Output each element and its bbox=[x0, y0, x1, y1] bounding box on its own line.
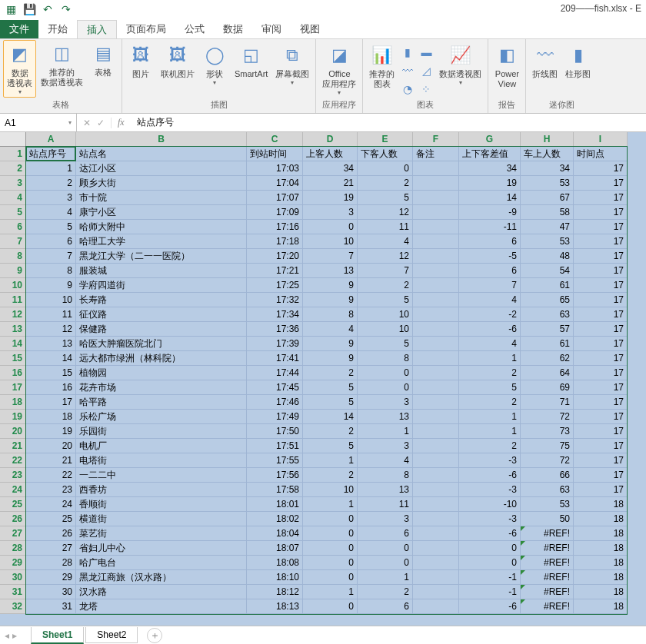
data-cell[interactable]: 哈师大附中 bbox=[76, 220, 247, 234]
data-cell[interactable]: 17 bbox=[574, 249, 628, 264]
data-cell[interactable]: 1 bbox=[26, 161, 76, 176]
screenshot-button[interactable]: ⧉ 屏幕截图 ▾ bbox=[272, 41, 312, 88]
data-cell[interactable]: 9 bbox=[303, 337, 358, 351]
data-cell[interactable]: 12 bbox=[26, 322, 76, 337]
formula-input[interactable] bbox=[131, 118, 646, 128]
data-cell[interactable]: 3 bbox=[358, 512, 413, 526]
tab-file[interactable]: 文件 bbox=[0, 20, 38, 38]
data-cell[interactable]: 3 bbox=[303, 205, 358, 220]
table-button[interactable]: ▤ 表格 bbox=[88, 40, 118, 79]
data-cell[interactable]: 18 bbox=[574, 541, 628, 556]
data-cell[interactable]: 2 bbox=[303, 366, 358, 380]
data-cell[interactable]: 2 bbox=[303, 424, 358, 439]
data-cell[interactable] bbox=[413, 249, 459, 264]
enter-icon[interactable]: ✓ bbox=[97, 118, 105, 128]
data-cell[interactable]: 哈平路 bbox=[76, 395, 247, 410]
data-cell[interactable] bbox=[413, 322, 459, 337]
data-cell[interactable]: 服装城 bbox=[76, 264, 247, 278]
data-cell[interactable]: 龙塔 bbox=[76, 599, 247, 614]
row-header-24[interactable]: 24 bbox=[0, 483, 25, 497]
data-cell[interactable]: 10 bbox=[303, 234, 358, 249]
data-cell[interactable]: 16 bbox=[26, 380, 76, 395]
name-box[interactable]: A1 ▾ bbox=[0, 114, 77, 131]
data-cell[interactable]: 34 bbox=[459, 161, 521, 176]
row-header-7[interactable]: 7 bbox=[0, 234, 25, 249]
data-cell[interactable]: 1 bbox=[303, 497, 358, 512]
data-cell[interactable]: 5 bbox=[358, 337, 413, 351]
data-cell[interactable]: 10 bbox=[358, 307, 413, 322]
tab-home[interactable]: 开始 bbox=[38, 20, 77, 38]
data-cell[interactable]: 10 bbox=[358, 322, 413, 337]
data-cell[interactable]: #REF! bbox=[521, 526, 574, 541]
data-cell[interactable]: 11 bbox=[358, 497, 413, 512]
data-cell[interactable]: 53 bbox=[521, 176, 574, 191]
column-header-H[interactable]: H bbox=[521, 132, 574, 146]
data-cell[interactable]: 17 bbox=[574, 234, 628, 249]
data-cell[interactable] bbox=[413, 599, 459, 614]
data-cell[interactable]: 4 bbox=[26, 205, 76, 220]
data-cell[interactable]: 17 bbox=[574, 395, 628, 410]
data-cell[interactable]: 1 bbox=[358, 570, 413, 585]
data-cell[interactable]: 17:18 bbox=[247, 234, 303, 249]
data-cell[interactable]: 2 bbox=[459, 366, 521, 380]
data-cell[interactable] bbox=[413, 278, 459, 293]
data-cell[interactable]: 汉水路 bbox=[76, 585, 247, 599]
data-cell[interactable]: 17:56 bbox=[247, 468, 303, 483]
data-cell[interactable]: 14 bbox=[26, 351, 76, 366]
data-cell[interactable]: 4 bbox=[459, 337, 521, 351]
data-cell[interactable]: 17:49 bbox=[247, 410, 303, 424]
data-cell[interactable]: 哈理工大学 bbox=[76, 234, 247, 249]
header-cell[interactable]: 上下客差值 bbox=[459, 147, 521, 161]
next-sheet-icon[interactable]: ▸ bbox=[12, 630, 17, 641]
data-cell[interactable]: 8 bbox=[358, 351, 413, 366]
row-header-30[interactable]: 30 bbox=[0, 570, 25, 585]
data-cell[interactable]: 72 bbox=[521, 410, 574, 424]
data-cell[interactable]: 0 bbox=[459, 556, 521, 570]
data-cell[interactable]: 17 bbox=[574, 424, 628, 439]
data-cell[interactable] bbox=[413, 468, 459, 483]
row-header-3[interactable]: 3 bbox=[0, 176, 25, 191]
data-cell[interactable]: 12 bbox=[358, 249, 413, 264]
data-cell[interactable]: 18:04 bbox=[247, 526, 303, 541]
header-cell[interactable]: 备注 bbox=[413, 147, 459, 161]
data-cell[interactable]: 黑龙江大学（二一一医院） bbox=[76, 249, 247, 264]
row-header-4[interactable]: 4 bbox=[0, 191, 25, 205]
data-cell[interactable]: 61 bbox=[521, 278, 574, 293]
data-cell[interactable]: 2 bbox=[459, 395, 521, 410]
data-cell[interactable]: 21 bbox=[303, 176, 358, 191]
pivot-table-button[interactable]: ◩ 数据 透视表 ▾ bbox=[3, 40, 36, 98]
column-header-D[interactable]: D bbox=[303, 132, 358, 146]
data-cell[interactable]: 5 bbox=[303, 395, 358, 410]
data-cell[interactable]: -2 bbox=[459, 307, 521, 322]
data-cell[interactable]: 17 bbox=[574, 322, 628, 337]
column-headers[interactable]: ABCDEFGHI bbox=[26, 132, 628, 147]
data-cell[interactable]: 17 bbox=[574, 176, 628, 191]
data-cell[interactable]: 哈广电台 bbox=[76, 556, 247, 570]
data-cell[interactable]: 14 bbox=[459, 191, 521, 205]
data-cell[interactable]: 17 bbox=[574, 307, 628, 322]
data-cell[interactable]: 12 bbox=[358, 205, 413, 220]
data-cell[interactable]: 31 bbox=[26, 599, 76, 614]
data-cell[interactable]: 花卉市场 bbox=[76, 380, 247, 395]
data-cell[interactable]: 5 bbox=[303, 439, 358, 453]
data-cell[interactable]: 63 bbox=[521, 307, 574, 322]
spreadsheet-grid[interactable]: ABCDEFGHI 123456789101112131415161718192… bbox=[0, 132, 646, 626]
tab-pagelayout[interactable]: 页面布局 bbox=[117, 20, 175, 38]
data-cell[interactable]: 9 bbox=[26, 278, 76, 293]
row-header-2[interactable]: 2 bbox=[0, 161, 25, 176]
data-cell[interactable]: 18 bbox=[574, 512, 628, 526]
data-cell[interactable]: 17 bbox=[574, 468, 628, 483]
data-cell[interactable]: 学府四道街 bbox=[76, 278, 247, 293]
sparkline-line-button[interactable]: 〰 折线图 bbox=[529, 41, 561, 81]
row-header-5[interactable]: 5 bbox=[0, 205, 25, 220]
data-cell[interactable]: 0 bbox=[459, 541, 521, 556]
data-cell[interactable] bbox=[413, 191, 459, 205]
data-cell[interactable]: 17 bbox=[574, 439, 628, 453]
data-cell[interactable]: 17:45 bbox=[247, 380, 303, 395]
data-cell[interactable]: 1 bbox=[303, 585, 358, 599]
data-cell[interactable]: 72 bbox=[521, 453, 574, 468]
data-cell[interactable]: 6 bbox=[26, 234, 76, 249]
header-cell[interactable]: 车上人数 bbox=[521, 147, 574, 161]
data-cell[interactable]: 电机厂 bbox=[76, 439, 247, 453]
scatter-chart-icon[interactable]: ⁘ bbox=[418, 81, 435, 98]
